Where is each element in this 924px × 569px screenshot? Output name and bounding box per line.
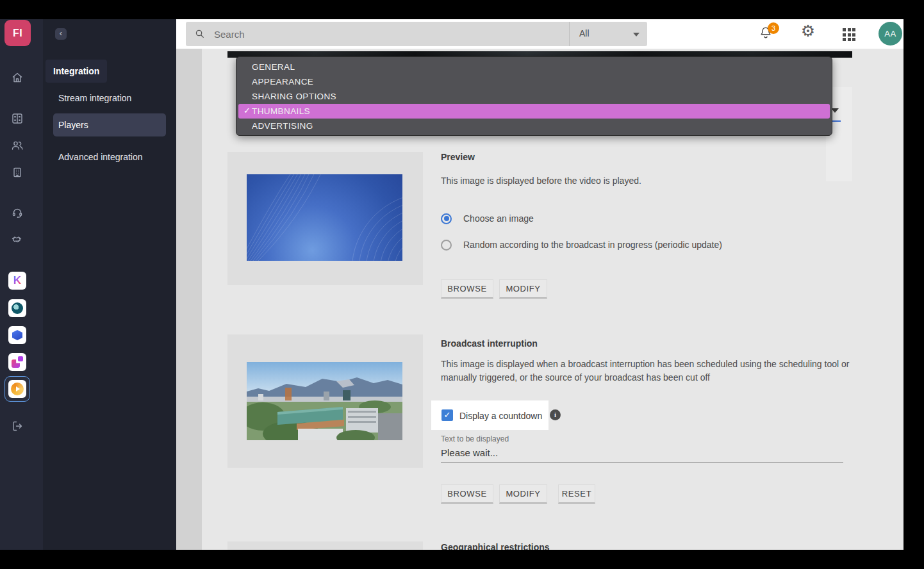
app-launcher-button[interactable] bbox=[843, 28, 858, 43]
countdown-text-label: Text to be displayed bbox=[441, 434, 509, 443]
countdown-text-input[interactable] bbox=[441, 443, 843, 463]
play-icon bbox=[11, 383, 24, 395]
info-icon[interactable]: i bbox=[550, 409, 561, 420]
content-gutter bbox=[176, 49, 202, 550]
kmeet-app-icon[interactable] bbox=[8, 353, 26, 371]
radio-option-choose-image[interactable]: Choose an image bbox=[441, 212, 534, 225]
ksuite-app-icon[interactable]: K bbox=[8, 272, 26, 290]
radio-option-random[interactable]: Random according to the broadcast in pro… bbox=[441, 238, 722, 251]
search-filter-value: All bbox=[579, 28, 590, 38]
check-icon: ✓ bbox=[243, 106, 251, 115]
geo-image-panel bbox=[227, 541, 423, 550]
home-icon[interactable] bbox=[10, 70, 25, 85]
countdown-checkbox[interactable]: ✓ bbox=[441, 409, 453, 421]
streaming-app-icon-selected[interactable] bbox=[4, 376, 30, 402]
avatar[interactable]: AA bbox=[879, 22, 902, 45]
dropdown-item-appearance[interactable]: APPEARANCE bbox=[236, 74, 832, 89]
topbar: All 3 ⚙ AA bbox=[176, 19, 903, 49]
notifications-button[interactable]: 3 bbox=[759, 26, 774, 41]
interruption-section-description: This image is displayed when a broadcast… bbox=[441, 358, 854, 384]
search-icon bbox=[195, 29, 205, 39]
users-icon[interactable] bbox=[10, 138, 25, 153]
chevron-down-icon bbox=[633, 33, 639, 37]
section-dropdown-menu: GENERAL APPEARANCE SHARING OPTIONS ✓ THU… bbox=[236, 56, 832, 136]
screen: FI bbox=[0, 0, 924, 569]
countdown-checkbox-label[interactable]: Display a countdown bbox=[459, 411, 542, 421]
apps-grid-icon bbox=[843, 28, 858, 41]
icon-rail: FI bbox=[0, 19, 43, 550]
sidebar: ‹ Integration Stream integration Players… bbox=[43, 19, 176, 550]
settings-button[interactable]: ⚙ bbox=[800, 23, 816, 38]
dropdown-item-advertising[interactable]: ADVERTISING bbox=[236, 119, 832, 133]
preview-section-description: This image is displayed before the video… bbox=[441, 174, 857, 188]
preview-browse-button[interactable]: BROWSE bbox=[441, 279, 493, 299]
sidebar-item-stream-integration[interactable]: Stream integration bbox=[43, 90, 176, 106]
kchk-app-icon[interactable] bbox=[8, 326, 26, 344]
interruption-modify-button[interactable]: MODIFY bbox=[499, 484, 547, 504]
kdrive-app-icon[interactable] bbox=[8, 299, 26, 317]
products-icon[interactable] bbox=[10, 111, 25, 126]
notification-badge: 3 bbox=[768, 22, 779, 34]
preview-image-panel bbox=[227, 152, 423, 285]
interruption-section-title: Broadcast interruption bbox=[441, 338, 538, 349]
radio-selected-icon bbox=[441, 213, 452, 224]
interruption-thumbnail-image bbox=[247, 362, 402, 443]
dropdown-item-sharing-options[interactable]: SHARING OPTIONS bbox=[236, 89, 832, 104]
radio-unselected-icon bbox=[441, 240, 452, 251]
brand-logo[interactable]: FI bbox=[4, 20, 31, 46]
app-window: FI bbox=[0, 19, 903, 550]
sidebar-item-advanced-integration[interactable]: Advanced integration bbox=[43, 149, 176, 165]
organization-icon[interactable] bbox=[10, 165, 25, 180]
interruption-image-panel bbox=[227, 334, 423, 468]
partner-icon[interactable] bbox=[10, 232, 25, 247]
sidebar-item-players[interactable]: Players bbox=[53, 113, 166, 136]
preview-thumbnail-image bbox=[247, 174, 402, 261]
sidebar-collapse-button[interactable]: ‹ bbox=[55, 28, 67, 40]
dropdown-item-general[interactable]: GENERAL bbox=[236, 60, 832, 74]
dropdown-item-thumbnails-selected[interactable]: ✓ THUMBNAILS bbox=[238, 104, 830, 119]
interruption-reset-button[interactable]: RESET bbox=[558, 484, 595, 504]
support-icon[interactable] bbox=[10, 205, 25, 220]
sidebar-section-title: Integration bbox=[45, 60, 107, 83]
preview-modify-button[interactable]: MODIFY bbox=[499, 279, 547, 299]
search-input[interactable] bbox=[214, 22, 560, 46]
interruption-browse-button[interactable]: BROWSE bbox=[441, 484, 493, 504]
geo-section-title: Geographical restrictions bbox=[441, 542, 550, 550]
search-filter-select[interactable]: All bbox=[569, 22, 647, 46]
gear-icon: ⚙ bbox=[801, 22, 815, 40]
logout-icon[interactable] bbox=[10, 418, 25, 434]
search-box[interactable]: All bbox=[186, 22, 647, 46]
main-content: Preview This image is displayed before t… bbox=[176, 49, 903, 550]
preview-section-title: Preview bbox=[441, 152, 475, 162]
